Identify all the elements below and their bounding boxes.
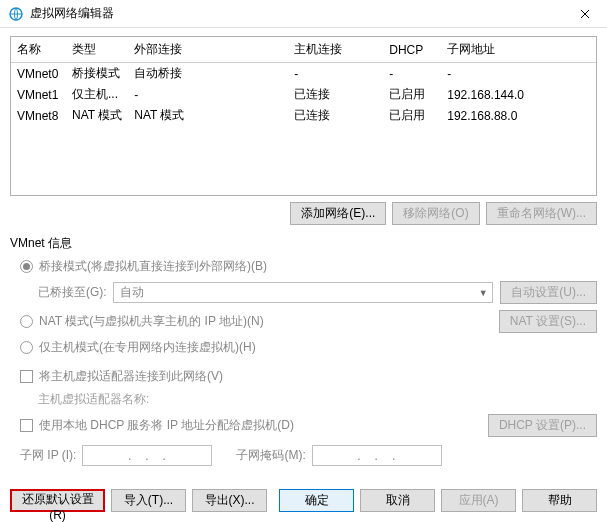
column-header[interactable]: DHCP [383, 37, 441, 63]
cell: 自动桥接 [128, 63, 288, 85]
help-button[interactable]: 帮助 [522, 489, 597, 512]
cell: VMnet8 [11, 105, 66, 126]
bridge-radio[interactable] [20, 260, 33, 273]
nat-settings-button[interactable]: NAT 设置(S)... [499, 310, 597, 333]
close-button[interactable] [571, 0, 599, 28]
table-row[interactable]: VMnet1仅主机...-已连接已启用192.168.144.0 [11, 84, 596, 105]
subnet-mask-input[interactable]: . . . [312, 445, 442, 466]
use-dhcp-checkbox[interactable] [20, 419, 33, 432]
host-adapter-checkbox[interactable] [20, 370, 33, 383]
add-network-button[interactable]: 添加网络(E)... [290, 202, 386, 225]
host-adapter-name-label: 主机虚拟适配器名称: [38, 391, 597, 408]
bridge-to-select[interactable]: 自动 ▼ [113, 282, 493, 303]
import-button[interactable]: 导入(T)... [111, 489, 186, 512]
hostonly-label: 仅主机模式(在专用网络内连接虚拟机)(H) [39, 339, 256, 356]
restore-defaults-button[interactable]: 还原默认设置(R) [10, 489, 105, 512]
auto-settings-button[interactable]: 自动设置(U)... [500, 281, 597, 304]
cell: - [128, 84, 288, 105]
dhcp-settings-button[interactable]: DHCP 设置(P)... [488, 414, 597, 437]
subnet-ip-input[interactable]: . . . [82, 445, 212, 466]
app-icon [8, 6, 24, 22]
cell: VMnet1 [11, 84, 66, 105]
cell: VMnet0 [11, 63, 66, 85]
table-row[interactable]: VMnet8NAT 模式NAT 模式已连接已启用192.168.88.0 [11, 105, 596, 126]
cell: NAT 模式 [128, 105, 288, 126]
hostonly-radio[interactable] [20, 341, 33, 354]
chevron-down-icon: ▼ [479, 288, 488, 298]
nat-radio[interactable] [20, 315, 33, 328]
rename-network-button[interactable]: 重命名网络(W)... [486, 202, 597, 225]
column-header[interactable]: 外部连接 [128, 37, 288, 63]
cell: 已连接 [288, 105, 383, 126]
table-row[interactable]: VMnet0桥接模式自动桥接--- [11, 63, 596, 85]
export-button[interactable]: 导出(X)... [192, 489, 267, 512]
network-table[interactable]: 名称类型外部连接主机连接DHCP子网地址 VMnet0桥接模式自动桥接---VM… [10, 36, 597, 196]
use-dhcp-label: 使用本地 DHCP 服务将 IP 地址分配给虚拟机(D) [39, 417, 294, 434]
nat-label: NAT 模式(与虚拟机共享主机的 IP 地址)(N) [39, 313, 264, 330]
cell: NAT 模式 [66, 105, 128, 126]
cell: 已启用 [383, 84, 441, 105]
column-header[interactable]: 名称 [11, 37, 66, 63]
window-title: 虚拟网络编辑器 [30, 5, 571, 22]
column-header[interactable]: 子网地址 [441, 37, 596, 63]
cell: 192.168.144.0 [441, 84, 596, 105]
subnet-mask-label: 子网掩码(M): [236, 447, 305, 464]
bridge-label: 桥接模式(将虚拟机直接连接到外部网络)(B) [39, 258, 267, 275]
host-adapter-label: 将主机虚拟适配器连接到此网络(V) [39, 368, 223, 385]
bridge-to-value: 自动 [120, 284, 144, 301]
bridge-to-label: 已桥接至(G): [38, 284, 107, 301]
ok-button[interactable]: 确定 [279, 489, 354, 512]
cell: 仅主机... [66, 84, 128, 105]
apply-button[interactable]: 应用(A) [441, 489, 516, 512]
cancel-button[interactable]: 取消 [360, 489, 435, 512]
cell: - [441, 63, 596, 85]
cell: 192.168.88.0 [441, 105, 596, 126]
cell: - [383, 63, 441, 85]
cell: 已启用 [383, 105, 441, 126]
cell: - [288, 63, 383, 85]
vmnet-info-label: VMnet 信息 [10, 235, 597, 252]
subnet-ip-label: 子网 IP (I): [20, 447, 76, 464]
column-header[interactable]: 类型 [66, 37, 128, 63]
remove-network-button[interactable]: 移除网络(O) [392, 202, 479, 225]
cell: 桥接模式 [66, 63, 128, 85]
column-header[interactable]: 主机连接 [288, 37, 383, 63]
cell: 已连接 [288, 84, 383, 105]
